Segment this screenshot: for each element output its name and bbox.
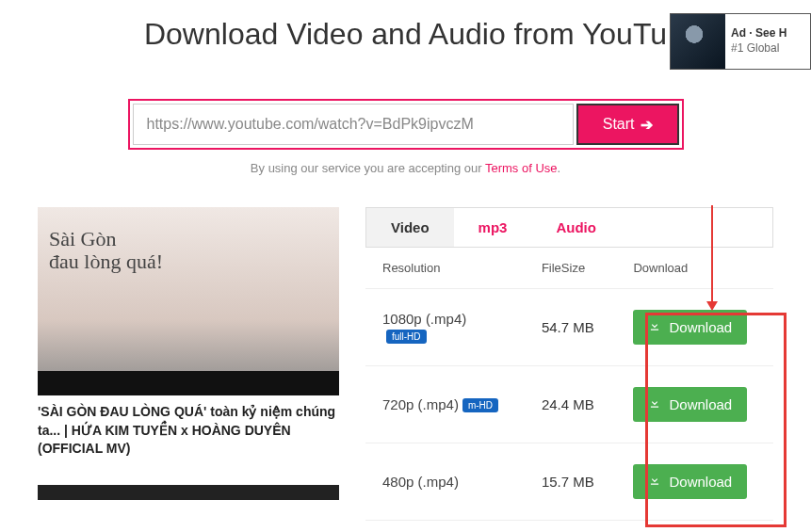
terms-link[interactable]: Terms of Use [485, 161, 558, 175]
table-row: 720p (.mp4)m-HD24.4 MBDownload [365, 366, 773, 443]
download-cell: Download [616, 289, 773, 366]
ad-text: Ad · See H #1 Global [725, 26, 787, 56]
next-thumbnail [38, 485, 339, 500]
col-resolution: Resolution [365, 248, 525, 289]
download-icon [648, 474, 661, 490]
thumbnail-overlay-text: Sài Gòn đau lòng quá! [49, 228, 163, 273]
tab-video[interactable]: Video [366, 208, 454, 247]
video-thumbnail[interactable]: Sài Gòn đau lòng quá! [38, 207, 339, 395]
resolution-value: 480p (.mp4) [382, 474, 459, 490]
resolution-value: 720p (.mp4) [382, 396, 459, 412]
arrow-right-icon: ➔ [641, 116, 653, 134]
video-preview-column: Sài Gòn đau lòng quá! 'SÀI GÒN ĐAU LÒNG … [38, 207, 339, 521]
download-cell: Download [616, 366, 773, 443]
col-download: Download [616, 248, 773, 289]
download-button[interactable]: Download [633, 387, 747, 422]
download-label: Download [669, 474, 732, 490]
download-icon [648, 396, 661, 412]
table-row: 480p (.mp4)15.7 MBDownload [365, 443, 773, 521]
download-button[interactable]: Download [633, 464, 747, 499]
annotation-arrow [711, 205, 713, 309]
ad-thumbnail [671, 14, 725, 69]
tab-mp3[interactable]: mp3 [454, 208, 532, 247]
video-title: 'SÀI GÒN ĐAU LÒNG QUÁ' toàn kỷ niệm chún… [38, 403, 339, 459]
start-label: Start [603, 116, 635, 133]
download-cell: Download [616, 443, 773, 521]
filesize-cell: 24.4 MB [525, 366, 617, 443]
tab-audio[interactable]: Audio [531, 208, 621, 247]
download-label: Download [669, 319, 732, 335]
resolution-value: 1080p (.mp4) [382, 311, 466, 327]
ad-line2: #1 Global [731, 41, 787, 56]
resolution-cell: 720p (.mp4)m-HD [365, 366, 525, 443]
col-filesize: FileSize [525, 248, 617, 289]
url-input[interactable] [133, 104, 574, 145]
quality-badge: full-HD [386, 330, 427, 344]
terms-suffix: . [558, 161, 561, 175]
quality-badge: m-HD [462, 398, 498, 412]
resolution-cell: 480p (.mp4) [365, 443, 525, 521]
start-button[interactable]: Start ➔ [576, 104, 679, 145]
resolution-cell: 1080p (.mp4)full-HD [365, 289, 525, 366]
download-button[interactable]: Download [633, 310, 747, 345]
ad-banner[interactable]: Ad · See H #1 Global [670, 13, 811, 70]
terms-prefix: By using our service you are accepting o… [251, 161, 485, 175]
terms-line: By using our service you are accepting o… [0, 161, 811, 175]
filesize-cell: 15.7 MB [525, 443, 617, 521]
download-icon [648, 319, 661, 335]
download-label: Download [669, 396, 732, 412]
ad-line1: Ad · See H [731, 26, 787, 41]
search-bar: Start ➔ [128, 99, 684, 150]
filesize-cell: 54.7 MB [525, 289, 617, 366]
